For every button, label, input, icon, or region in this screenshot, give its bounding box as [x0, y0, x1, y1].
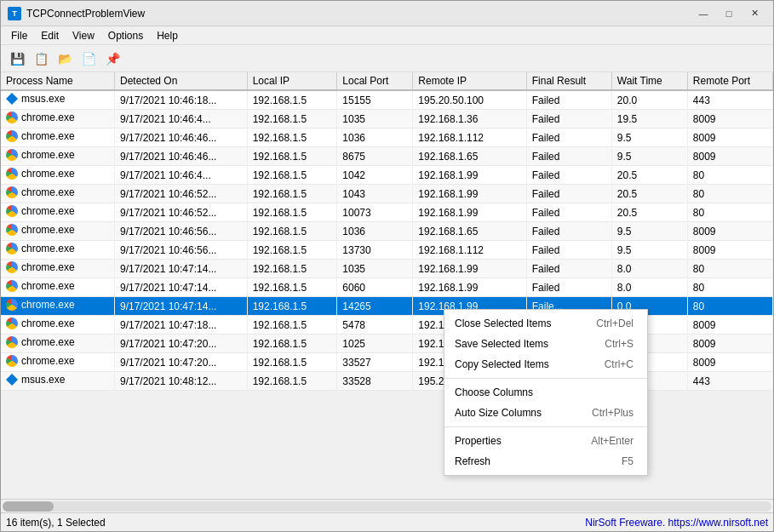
main-window: T TCPConnectProblemView — □ ✕ File Edit … — [0, 0, 774, 532]
ctx-separator-2 — [444, 426, 647, 427]
app-icon: T — [8, 7, 21, 20]
table-row[interactable]: chrome.exe9/17/2021 10:46:56...192.168.1… — [1, 241, 773, 260]
table-row[interactable]: chrome.exe9/17/2021 10:46:56...192.168.1… — [1, 222, 773, 241]
menu-file[interactable]: File — [4, 28, 34, 43]
col-process-name[interactable]: Process Name — [1, 72, 114, 90]
col-detected-on[interactable]: Detected On — [114, 72, 247, 90]
table-container[interactable]: Process Name Detected On Local IP Local … — [1, 72, 773, 499]
ctx-properties-label: Properties — [455, 435, 502, 447]
cell-remote-port: 80 — [687, 260, 772, 278]
cell-process: chrome.exe — [1, 203, 114, 222]
scrollbar-track[interactable] — [3, 501, 771, 512]
status-count: 16 item(s), 1 Selected — [6, 517, 585, 529]
col-local-ip[interactable]: Local IP — [247, 72, 337, 90]
process-name-text: msus.exe — [21, 374, 65, 386]
table-row[interactable]: chrome.exe9/17/2021 10:47:14...192.168.1… — [1, 260, 773, 278]
cell-remote-port: 8009 — [687, 110, 772, 129]
cell-local-ip: 192.168.1.5 — [247, 222, 337, 241]
table-row[interactable]: msus.exe9/17/2021 10:46:18...192.168.1.5… — [1, 90, 773, 110]
cell-detected: 9/17/2021 10:47:20... — [114, 335, 247, 353]
table-row[interactable]: chrome.exe9/17/2021 10:47:20...192.168.1… — [1, 335, 773, 353]
table-row[interactable]: chrome.exe9/17/2021 10:46:46...192.168.1… — [1, 129, 773, 147]
ctx-copy-selected[interactable]: Copy Selected Items Ctrl+C — [444, 354, 647, 375]
table-row[interactable]: chrome.exe9/17/2021 10:47:14...192.168.1… — [1, 278, 773, 297]
table-row[interactable]: chrome.exe9/17/2021 10:46:4...192.168.1.… — [1, 110, 773, 129]
cell-remote-port: 443 — [687, 372, 772, 391]
ctx-close-selected-label: Close Selected Items — [455, 317, 551, 329]
cell-result: Failed — [526, 147, 611, 166]
ctx-refresh-label: Refresh — [455, 455, 490, 467]
cell-detected: 9/17/2021 10:46:4... — [114, 166, 247, 185]
horizontal-scrollbar[interactable] — [1, 499, 773, 512]
info-toolbar-btn[interactable]: 📌 — [101, 48, 123, 70]
open-toolbar-btn[interactable]: 📂 — [54, 48, 76, 70]
col-final-result[interactable]: Final Result — [526, 72, 611, 90]
cell-remote-port: 8009 — [687, 129, 772, 147]
cell-detected: 9/17/2021 10:47:14... — [114, 278, 247, 297]
process-name-text: chrome.exe — [21, 112, 75, 123]
cell-detected: 9/17/2021 10:46:4... — [114, 110, 247, 129]
col-remote-port[interactable]: Remote Port — [687, 72, 772, 90]
save-toolbar-btn[interactable]: 💾 — [6, 48, 28, 70]
scrollbar-thumb[interactable] — [3, 501, 54, 512]
status-nirsoft-link[interactable]: NirSoft Freeware. https://www.nirsoft.ne… — [585, 517, 768, 529]
menu-options[interactable]: Options — [101, 28, 150, 43]
process-name-text: chrome.exe — [21, 149, 75, 161]
table-row[interactable]: chrome.exe9/17/2021 10:47:14...192.168.1… — [1, 297, 773, 316]
cell-local-port: 10073 — [337, 203, 413, 222]
ctx-save-selected-shortcut: Ctrl+S — [605, 338, 634, 350]
col-wait-time[interactable]: Wait Time — [611, 72, 687, 90]
table-row[interactable]: chrome.exe9/17/2021 10:47:18...192.168.1… — [1, 316, 773, 335]
maximize-button[interactable]: □ — [717, 4, 741, 23]
cell-result: Failed — [526, 185, 611, 203]
cell-local-ip: 192.168.1.5 — [247, 90, 337, 110]
cell-wait: 20.5 — [611, 203, 687, 222]
process-name-text: chrome.exe — [21, 205, 75, 217]
table-row[interactable]: chrome.exe9/17/2021 10:46:52...192.168.1… — [1, 203, 773, 222]
menu-bar: File Edit View Options Help — [1, 26, 773, 45]
cell-local-port: 15155 — [337, 90, 413, 110]
cell-process: chrome.exe — [1, 316, 114, 335]
cell-detected: 9/17/2021 10:46:46... — [114, 147, 247, 166]
ctx-save-selected[interactable]: Save Selected Items Ctrl+S — [444, 334, 647, 354]
ctx-properties[interactable]: Properties Alt+Enter — [444, 431, 647, 451]
process-name-text: chrome.exe — [21, 168, 75, 180]
ctx-close-selected[interactable]: Close Selected Items Ctrl+Del — [444, 313, 647, 334]
cell-remote-port: 80 — [687, 203, 772, 222]
cell-process: chrome.exe — [1, 110, 114, 129]
col-local-port[interactable]: Local Port — [337, 72, 413, 90]
cell-wait: 9.5 — [611, 129, 687, 147]
menu-view[interactable]: View — [66, 28, 101, 43]
cell-wait: 8.0 — [611, 278, 687, 297]
table-row[interactable]: msus.exe9/17/2021 10:48:12...192.168.1.5… — [1, 372, 773, 391]
ctx-refresh[interactable]: Refresh F5 — [444, 451, 647, 472]
menu-edit[interactable]: Edit — [34, 28, 66, 43]
ctx-auto-size-columns[interactable]: Auto Size Columns Ctrl+Plus — [444, 403, 647, 423]
table-row[interactable]: chrome.exe9/17/2021 10:46:4...192.168.1.… — [1, 166, 773, 185]
minimize-button[interactable]: — — [691, 4, 715, 23]
cell-process: msus.exe — [1, 90, 114, 110]
cell-remote-port: 8009 — [687, 353, 772, 372]
cell-remote-port: 8009 — [687, 147, 772, 166]
cell-remote-ip: 192.168.1.65 — [413, 147, 526, 166]
process-name-text: chrome.exe — [21, 186, 75, 198]
cell-process: chrome.exe — [1, 129, 114, 147]
ctx-choose-columns[interactable]: Choose Columns — [444, 382, 647, 403]
table-row[interactable]: chrome.exe9/17/2021 10:46:46...192.168.1… — [1, 147, 773, 166]
cell-remote-port: 80 — [687, 278, 772, 297]
close-button[interactable]: ✕ — [742, 4, 766, 23]
copy-toolbar-btn[interactable]: 📋 — [30, 48, 52, 70]
ctx-separator-1 — [444, 378, 647, 379]
menu-help[interactable]: Help — [150, 28, 185, 43]
cell-process: chrome.exe — [1, 166, 114, 185]
cell-remote-port: 8009 — [687, 316, 772, 335]
table-row[interactable]: chrome.exe9/17/2021 10:47:20...192.168.1… — [1, 353, 773, 372]
process-name-text: chrome.exe — [21, 355, 75, 367]
cell-remote-port: 80 — [687, 297, 772, 316]
export-toolbar-btn[interactable]: 📄 — [77, 48, 100, 70]
cell-local-port: 14265 — [337, 297, 413, 316]
chrome-icon — [6, 317, 18, 329]
col-remote-ip[interactable]: Remote IP — [413, 72, 526, 90]
cell-result: Failed — [526, 129, 611, 147]
table-row[interactable]: chrome.exe9/17/2021 10:46:52...192.168.1… — [1, 185, 773, 203]
